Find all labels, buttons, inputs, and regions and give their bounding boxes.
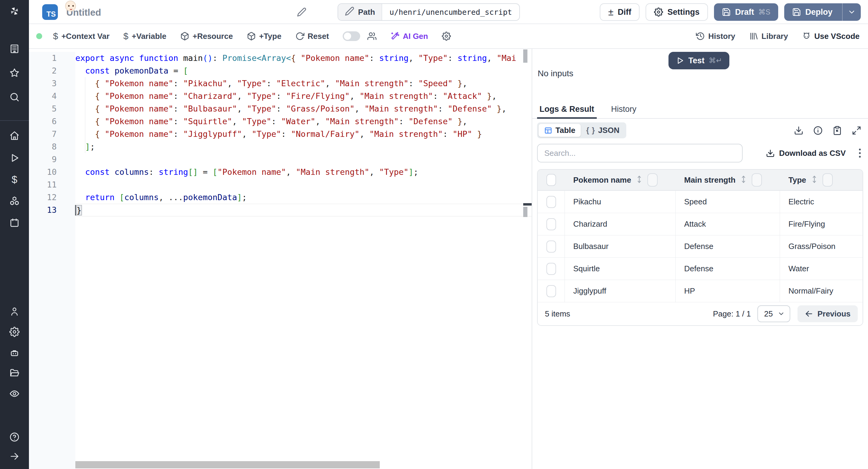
code-line[interactable]: } — [75, 204, 532, 216]
add-type-button[interactable]: +Type — [247, 32, 281, 41]
draft-button[interactable]: Draft ⌘S — [714, 3, 778, 21]
column-handle[interactable] — [752, 173, 762, 187]
table-cell: Grass/Poison — [780, 236, 863, 257]
code-line[interactable]: { "Pokemon name": "Pikachu", "Type": "El… — [75, 77, 532, 90]
overview-ruler-mark — [523, 207, 527, 217]
table-cell: Defense — [676, 236, 780, 257]
more-options-kebab-icon[interactable] — [859, 149, 861, 158]
copy-clipboard-icon[interactable] — [832, 126, 842, 135]
row-checkbox[interactable] — [547, 263, 556, 275]
row-checkbox[interactable] — [547, 285, 556, 297]
row-checkbox[interactable] — [547, 241, 556, 253]
tab-logs-result[interactable]: Logs & Result — [537, 100, 597, 118]
diff-button[interactable]: ± Diff — [600, 3, 640, 21]
diff-mode-toggle[interactable] — [343, 31, 360, 41]
add-context-var-button[interactable]: $ +Context Var — [53, 31, 110, 41]
code-line[interactable]: { "Pokemon name": "Bulbasaur", "Type": "… — [75, 102, 532, 115]
add-resource-button[interactable]: +Resource — [180, 32, 233, 41]
resources-cubes-icon[interactable] — [9, 195, 20, 207]
code-line[interactable]: const pokemonData = [ — [75, 64, 532, 77]
column-header[interactable]: Type — [788, 176, 806, 185]
help-icon[interactable] — [9, 431, 20, 443]
settings-button[interactable]: Settings — [646, 3, 708, 21]
table-cell: Bulbasaur — [565, 236, 676, 257]
gear-icon — [654, 7, 663, 17]
chevron-down-icon — [847, 8, 856, 16]
previous-page-button[interactable]: Previous — [798, 305, 858, 322]
code-line[interactable]: ]; — [75, 140, 532, 153]
table-cell: Water — [780, 258, 863, 280]
download-csv-button[interactable]: Download as CSV — [766, 149, 846, 158]
code-editor[interactable]: 12345678910111213 export async function … — [29, 49, 532, 469]
column-handle[interactable] — [647, 173, 658, 187]
sort-icon[interactable] — [740, 175, 747, 185]
row-checkbox[interactable] — [547, 218, 556, 230]
select-all-checkbox[interactable] — [547, 174, 556, 186]
favorites-star-icon[interactable] — [9, 67, 20, 79]
search-input[interactable] — [537, 144, 743, 162]
robot-icon[interactable] — [9, 347, 20, 358]
schedules-calendar-icon[interactable] — [9, 217, 20, 228]
draft-shortcut: ⌘S — [758, 8, 770, 16]
column-header[interactable]: Pokemon name — [573, 176, 631, 185]
page-size-select[interactable]: 25 — [757, 305, 790, 322]
table-footer: 5 items Page: 1 / 1 25 Previous — [538, 302, 863, 325]
runs-play-icon[interactable] — [9, 152, 20, 164]
ai-gen-button[interactable]: AI Gen — [390, 32, 428, 41]
workspace-icon[interactable] — [9, 43, 20, 55]
code-line[interactable]: export async function main(): Promise<Ar… — [75, 52, 532, 64]
table-row[interactable]: JigglypuffHPNormal/Fairy — [538, 280, 863, 302]
reset-button[interactable]: Reset — [296, 32, 329, 41]
row-checkbox[interactable] — [547, 196, 556, 208]
home-icon[interactable] — [9, 130, 20, 142]
variables-dollar-icon[interactable]: $ — [9, 174, 20, 185]
code-line[interactable]: return [columns, ...pokemonData]; — [75, 191, 532, 204]
view-table-button[interactable]: Table — [538, 124, 581, 137]
add-variable-button[interactable]: $ +Variable — [123, 31, 166, 41]
search-icon[interactable] — [9, 91, 20, 103]
history-button[interactable]: History — [696, 32, 735, 41]
results-section: Table { } JSON Download as CSV — [532, 119, 868, 469]
column-header[interactable]: Main strength — [684, 176, 735, 185]
editor-settings-gear-icon[interactable] — [442, 32, 451, 41]
use-vscode-button[interactable]: Use VScode — [802, 32, 860, 41]
audit-eye-icon[interactable] — [9, 388, 20, 399]
table-row[interactable]: BulbasaurDefenseGrass/Poison — [538, 236, 863, 258]
folders-icon[interactable] — [9, 368, 20, 379]
info-icon[interactable] — [813, 126, 823, 135]
sort-icon[interactable] — [810, 175, 818, 185]
code-line[interactable]: { "Pokemon name": "Charizard", "Type": "… — [75, 90, 532, 102]
editor-vertical-scrollbar[interactable] — [523, 50, 527, 63]
windmill-logo[interactable] — [9, 5, 20, 17]
deploy-button[interactable]: Deploy — [784, 3, 861, 21]
code-content[interactable]: export async function main(): Promise<Ar… — [75, 52, 532, 216]
view-json-button[interactable]: { } JSON — [581, 124, 625, 137]
code-line[interactable]: { "Pokemon name": "Jigglypuff", "Type": … — [75, 128, 532, 140]
path-value[interactable]: u/henri/unencumbered_script — [382, 4, 519, 20]
library-button[interactable]: Library — [749, 32, 788, 41]
code-line[interactable] — [75, 153, 532, 166]
table-row[interactable]: SquirtleDefenseWater — [538, 258, 863, 280]
play-icon — [676, 56, 684, 65]
path-control[interactable]: Path u/henri/unencumbered_script — [338, 3, 520, 21]
tab-history[interactable]: History — [609, 100, 639, 118]
test-button[interactable]: Test ⌘↵ — [669, 52, 730, 69]
code-line[interactable]: const columns: string[] = ["Pokemon name… — [75, 166, 532, 179]
table-row[interactable]: CharizardAttackFire/Flying — [538, 213, 863, 236]
column-handle[interactable] — [823, 173, 833, 187]
user-icon[interactable] — [9, 306, 20, 317]
overview-ruler-cursor-mark — [523, 203, 532, 206]
code-line[interactable]: { "Pokemon name": "Squirtle", "Type": "W… — [75, 115, 532, 128]
table-row[interactable]: PikachuSpeedElectric — [538, 191, 863, 213]
users-icon[interactable] — [367, 32, 376, 41]
deploy-dropdown-chevron[interactable] — [842, 3, 861, 21]
expand-icon[interactable] — [852, 126, 861, 135]
code-line[interactable] — [75, 179, 532, 191]
editor-horizontal-scrollbar[interactable] — [75, 461, 380, 468]
collapse-arrow-icon[interactable] — [9, 450, 20, 462]
sort-icon[interactable] — [635, 175, 643, 185]
settings-gear-icon[interactable] — [9, 326, 20, 338]
path-label-section[interactable]: Path — [338, 4, 382, 20]
download-result-icon[interactable] — [794, 126, 804, 135]
edit-title-pencil-icon[interactable] — [297, 7, 307, 18]
